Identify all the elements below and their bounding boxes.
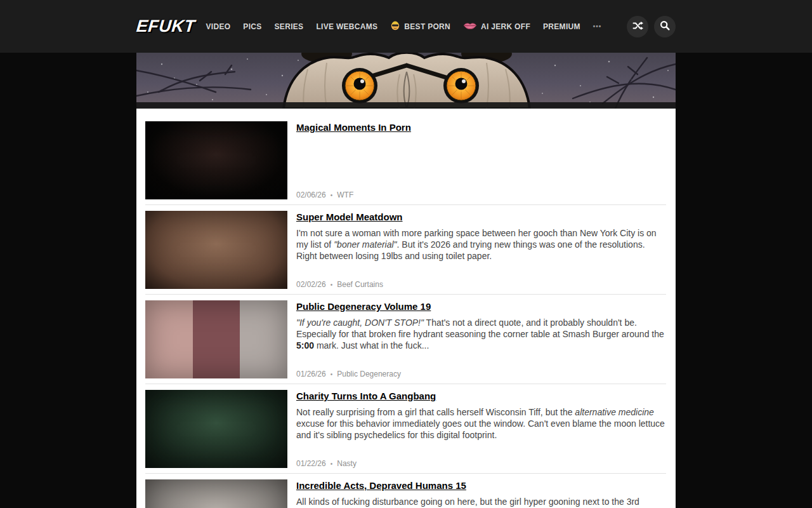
nav-item-best-porn[interactable]: BEST PORN xyxy=(390,20,450,32)
meta-separator: • xyxy=(331,192,333,199)
video-info: Incredible Acts, Depraved Humans 15 All … xyxy=(296,479,666,508)
video-title[interactable]: Charity Turns Into A Gangbang xyxy=(296,391,436,401)
video-category[interactable]: Nasty xyxy=(337,459,357,468)
video-date: 02/06/26 xyxy=(296,190,326,199)
nav-item-series[interactable]: SERIES xyxy=(275,22,304,31)
video-thumbnail[interactable] xyxy=(145,211,287,289)
video-category[interactable]: Public Degeneracy xyxy=(337,370,401,378)
search-button[interactable] xyxy=(654,16,676,37)
video-title[interactable]: Super Model Meatdown xyxy=(296,211,403,222)
meta-separator: • xyxy=(331,371,333,378)
video-category[interactable]: WTF xyxy=(337,190,353,199)
video-meta: 01/22/26 • Nasty xyxy=(296,459,665,468)
nav-more-menu[interactable]: ••• xyxy=(593,23,602,30)
main-nav: VIDEO PICS SERIES LIVE WEBCAMS BEST PORN xyxy=(206,20,627,32)
video-meta: 02/02/26 • Beef Curtains xyxy=(296,280,665,289)
video-meta: 01/26/26 • Public Degeneracy xyxy=(296,370,665,378)
nav-item-premium[interactable]: PREMIUM xyxy=(543,22,580,31)
shuffle-button[interactable] xyxy=(627,16,648,37)
video-description: "If you're caught, DON'T STOP!" That's n… xyxy=(296,317,665,351)
nav-item-pics[interactable]: PICS xyxy=(243,22,261,31)
video-row: Super Model Meatdown I'm not sure a woma… xyxy=(145,211,666,295)
meta-separator: • xyxy=(331,281,333,288)
meta-separator: • xyxy=(331,460,333,467)
video-info: Super Model Meatdown I'm not sure a woma… xyxy=(296,211,666,289)
video-category[interactable]: Beef Curtains xyxy=(337,280,383,289)
video-meta: 02/06/26 • WTF xyxy=(296,190,665,199)
video-title[interactable]: Magical Moments In Porn xyxy=(296,122,411,133)
video-thumbnail[interactable] xyxy=(145,390,287,468)
nav-item-video[interactable]: VIDEO xyxy=(206,22,231,31)
nav-item-live-webcams[interactable]: LIVE WEBCAMS xyxy=(316,22,377,31)
video-description: I'm not sure a woman with more parking s… xyxy=(296,227,665,262)
video-thumbnail[interactable] xyxy=(145,300,287,378)
video-title[interactable]: Public Degeneracy Volume 19 xyxy=(296,301,431,312)
video-description: Not really surprising from a girl that c… xyxy=(296,406,665,441)
video-description: All kinds of fucking disturbance going o… xyxy=(296,496,665,508)
video-info: Public Degeneracy Volume 19 "If you're c… xyxy=(296,300,666,378)
shuffle-icon xyxy=(632,21,643,32)
site-header: EFUKT VIDEO PICS SERIES LIVE WEBCAMS BES… xyxy=(0,0,812,53)
lips-icon xyxy=(463,21,477,32)
video-row: Charity Turns Into A Gangbang Not really… xyxy=(145,390,666,474)
face-sunglasses-icon xyxy=(390,20,400,32)
video-date: 01/26/26 xyxy=(296,370,326,378)
video-row: Public Degeneracy Volume 19 "If you're c… xyxy=(145,300,666,384)
video-date: 02/02/26 xyxy=(296,280,326,289)
video-row: Magical Moments In Porn 02/06/26 • WTF xyxy=(145,121,666,205)
header-actions xyxy=(627,16,676,37)
video-date: 01/22/26 xyxy=(296,459,326,468)
video-thumbnail[interactable] xyxy=(145,479,287,508)
video-thumbnail[interactable] xyxy=(145,121,287,199)
video-info: Magical Moments In Porn 02/06/26 • WTF xyxy=(296,121,666,199)
video-title[interactable]: Incredible Acts, Depraved Humans 15 xyxy=(296,480,466,491)
banner-artwork xyxy=(136,53,676,109)
video-row: Incredible Acts, Depraved Humans 15 All … xyxy=(145,479,666,508)
search-icon xyxy=(660,20,670,32)
video-info: Charity Turns Into A Gangbang Not really… xyxy=(296,390,666,468)
site-logo[interactable]: EFUKT xyxy=(136,17,196,36)
nav-item-ai-jerk-off[interactable]: AI JERK OFF xyxy=(463,21,530,32)
video-list: Magical Moments In Porn 02/06/26 • WTF S… xyxy=(136,109,676,508)
